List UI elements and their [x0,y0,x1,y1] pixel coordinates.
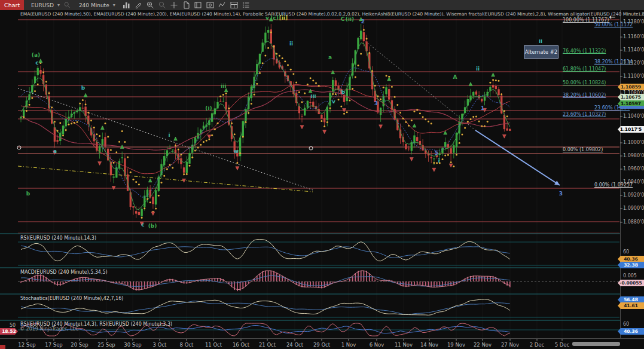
bar-chart-icon[interactable] [122,1,131,10]
search-icon[interactable] [63,1,72,10]
snapshot-icon[interactable] [206,1,215,10]
zoom-out-icon[interactable] [158,1,167,10]
zigzag-icon[interactable] [218,1,227,10]
new-page-icon[interactable] [182,1,191,10]
toolbar-icons [119,1,251,10]
wave-label: ii [539,38,542,44]
chevron-down-icon: ▾ [57,2,60,8]
horizontal-scrollbar-thumb[interactable] [572,342,620,346]
symbol-value: EURUSD [31,2,54,8]
interval-value: 240 Minute [79,2,109,8]
ninjatrader-chart-window: Chart EURUSD ▾ 240 Minute ▾ EMA(EURUSD (… [0,0,644,349]
toolbar: Chart EURUSD ▾ 240 Minute ▾ [0,0,644,10]
pencil-icon[interactable] [134,1,143,10]
chevron-down-icon: ▾ [113,2,115,8]
copyright-text: © 2019 NinjaTrader, LLC [20,326,79,332]
tab-chart[interactable]: Chart [0,0,24,10]
zoom-in-icon[interactable] [146,1,155,10]
alternate-count-annotation[interactable]: Alternate #2 [524,45,558,59]
window-grid-icon[interactable] [230,1,239,10]
corner-marker [0,345,5,349]
interval-select[interactable]: 240 Minute ▾ [79,2,115,8]
crosshair-icon[interactable] [170,1,179,10]
list-icon[interactable] [242,1,251,10]
back-arrow-button[interactable]: ← [605,13,619,22]
symbol-select[interactable]: EURUSD ▾ [31,2,60,8]
panel-icon[interactable] [194,1,203,10]
indicator-list[interactable]: EMA(EURUSD (240 Minute),50), EMA(EURUSD … [20,11,644,17]
